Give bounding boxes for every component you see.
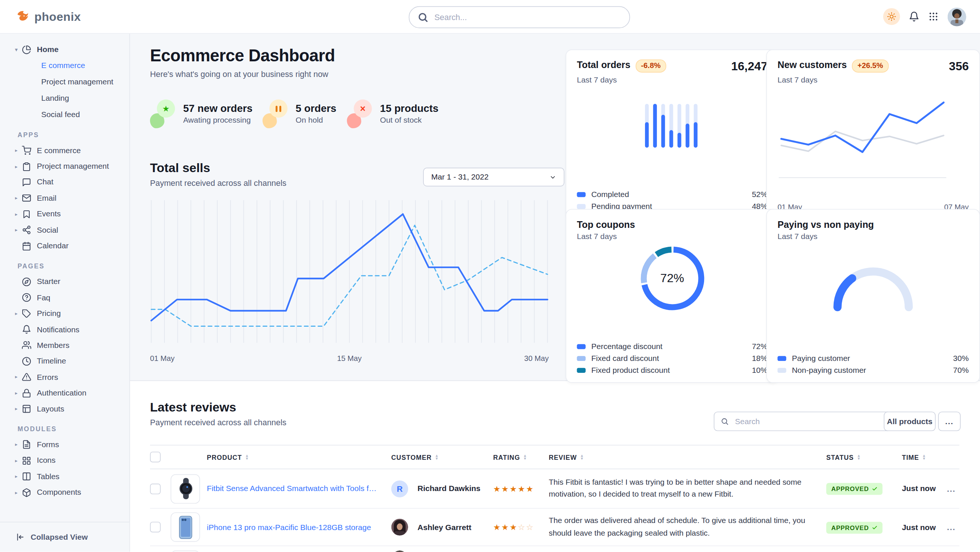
column-rating[interactable]: RATING ▲▼ <box>493 453 549 461</box>
sidebar-item-notifications[interactable]: ▸ Notifications <box>0 322 129 338</box>
collapse-sidebar-button[interactable]: Collapsed View <box>0 522 129 552</box>
sidebar-item-project-management[interactable]: ▸ Project management <box>0 158 129 174</box>
notifications-button[interactable] <box>909 11 920 22</box>
stat-out-of-stock: × 15 products Out of stock <box>347 98 439 129</box>
search-icon <box>418 13 428 22</box>
product-link[interactable]: Fitbit Sense Advanced Smartwatch with To… <box>207 484 391 493</box>
sidebar-nav: ▾ Home E commerce Project management Lan… <box>0 33 130 552</box>
sidebar-item-timeline[interactable]: ▸ Timeline <box>0 353 129 369</box>
product-image-smartwatch[interactable] <box>170 474 200 503</box>
star-icon: ★ <box>150 98 175 128</box>
legend-paying: Paying customer 30% <box>778 354 969 363</box>
brand-logo[interactable]: phoenix <box>15 0 81 33</box>
check-icon <box>872 525 878 530</box>
donut-center-label: 72% <box>637 244 708 314</box>
sidebar-item-ecommerce-home[interactable]: E commerce <box>0 57 129 74</box>
check-icon <box>872 486 878 492</box>
brand-name: phoenix <box>35 10 81 24</box>
customer-avatar[interactable] <box>391 550 408 552</box>
row-checkbox[interactable] <box>150 522 161 533</box>
reviews-search[interactable] <box>714 412 891 431</box>
bell-icon <box>22 325 31 334</box>
sidebar-item-authentication[interactable]: ▸ Authentication <box>0 385 129 401</box>
calendar-icon <box>22 241 31 250</box>
row-menu-button[interactable]: ... <box>945 522 959 531</box>
caret-right-icon: ▸ <box>15 490 22 495</box>
row-menu-button[interactable]: ... <box>945 484 959 493</box>
sidebar-item-events[interactable]: ▸ Events <box>0 206 129 222</box>
sidebar-item-calendar[interactable]: ▸ Calendar <box>0 238 129 254</box>
column-product[interactable]: PRODUCT ▲▼ <box>207 453 391 461</box>
column-customer[interactable]: CUSTOMER ▲▼ <box>391 453 493 461</box>
top-navbar: phoenix <box>0 0 980 34</box>
share-icon <box>22 225 31 235</box>
column-review[interactable]: REVIEW ▲▼ <box>549 453 826 461</box>
lock-icon <box>22 388 31 398</box>
sidebar-item-social[interactable]: ▸ Social <box>0 222 129 238</box>
sidebar-item-landing[interactable]: Landing <box>0 90 129 106</box>
column-time[interactable]: TIME ▲▼ <box>902 453 945 461</box>
sidebar-item-pricing[interactable]: ▸ Pricing <box>0 306 129 322</box>
sidebar-item-components[interactable]: ▸ Components <box>0 484 129 500</box>
reviews-search-input[interactable] <box>734 416 885 426</box>
total-sells-plot <box>150 199 549 348</box>
all-products-button[interactable]: All products <box>884 412 936 431</box>
sidebar-item-home[interactable]: ▾ Home <box>0 41 129 57</box>
search-icon <box>721 418 729 426</box>
product-link[interactable]: iPhone 13 pro max-Pacific Blue-128GB sto… <box>207 523 391 531</box>
page-title: Ecommerce Dashboard <box>150 46 335 66</box>
caret-right-icon: ▸ <box>15 474 22 479</box>
select-all-checkbox[interactable] <box>150 451 161 463</box>
customer-avatar[interactable]: R <box>391 480 408 497</box>
page-subtitle: Here's what's going on at your business … <box>150 70 328 79</box>
table-row-partial <box>150 546 959 552</box>
date-range-select[interactable]: Mar 1 - 31, 2022 <box>423 168 564 186</box>
sidebar-item-layouts[interactable]: ▸ Layouts <box>0 401 129 417</box>
caret-right-icon: ▸ <box>15 390 22 396</box>
product-image[interactable] <box>170 550 200 552</box>
legend-swatch <box>577 344 585 349</box>
avatar-photo <box>391 550 408 552</box>
user-avatar[interactable] <box>947 7 966 26</box>
sidebar-item-ecommerce[interactable]: ▸ E commerce <box>0 143 129 159</box>
legend-non-paying: Non-paying customer 70% <box>778 366 969 375</box>
pause-icon <box>262 98 288 128</box>
clipboard-icon <box>22 162 31 171</box>
sidebar-item-social-feed[interactable]: Social feed <box>0 106 129 123</box>
users-icon <box>22 340 31 350</box>
row-checkbox[interactable] <box>150 483 161 494</box>
search-input[interactable] <box>433 12 620 23</box>
sidebar-item-starter[interactable]: ▸ Starter <box>0 274 129 290</box>
legend-swatch <box>577 368 585 373</box>
table-header: PRODUCT ▲▼ CUSTOMER ▲▼ RATING ▲▼ REVIEW … <box>150 445 959 469</box>
review-time: Just now <box>902 484 945 493</box>
column-status[interactable]: STATUS ▲▼ <box>826 453 902 461</box>
theme-toggle-button[interactable] <box>883 8 900 25</box>
compass-icon <box>22 277 31 286</box>
iphone-picture <box>179 515 192 539</box>
sidebar-item-errors[interactable]: ▸ Errors <box>0 369 129 385</box>
sidebar-item-members[interactable]: ▸ Members <box>0 338 129 354</box>
card-new-customers: New customers +26.5% 356 Last 7 days 01 … <box>766 49 980 219</box>
chevron-down-icon <box>549 174 556 181</box>
sidebar-item-email[interactable]: ▸ Email <box>0 190 129 206</box>
sidebar-item-chat[interactable]: ▸ Chat <box>0 174 129 190</box>
sidebar-item-icons[interactable]: ▸ Icons <box>0 453 129 469</box>
columns-icon <box>22 472 31 481</box>
caret-right-icon: ▸ <box>15 164 22 169</box>
legend-completed: Completed 52% <box>577 190 767 199</box>
sidebar-item-faq[interactable]: ▸ Faq <box>0 290 129 306</box>
customer-avatar[interactable] <box>391 518 408 535</box>
sidebar-item-tables[interactable]: ▸ Tables <box>0 469 129 485</box>
rating-stars: ★★★☆☆ <box>493 522 549 531</box>
tag-icon <box>22 309 31 318</box>
sidebar-item-forms[interactable]: ▸ Forms <box>0 437 129 453</box>
table-row: iPhone 13 pro max-Pacific Blue-128GB sto… <box>150 509 959 546</box>
orders-bar-chart <box>644 102 700 151</box>
sidebar-item-project-management-home[interactable]: Project management <box>0 74 129 90</box>
apps-menu-button[interactable] <box>928 11 939 22</box>
reviews-more-button[interactable]: ... <box>938 412 961 431</box>
layout-icon <box>22 404 31 413</box>
product-image-iphone[interactable] <box>170 512 200 542</box>
global-search[interactable] <box>409 6 630 28</box>
